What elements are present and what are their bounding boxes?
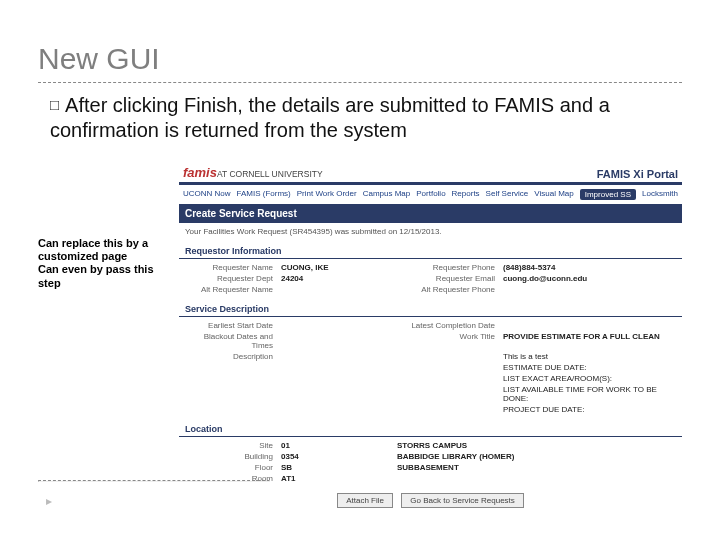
- alt-phone-label: Alt Requester Phone: [397, 285, 497, 294]
- bullet-prefix: After: [65, 94, 107, 116]
- slide-marker-icon: ▸: [46, 494, 52, 508]
- famis-logo: famis: [183, 165, 217, 180]
- nav-tabs: UCONN Now FAMIS (Forms) Print Work Order…: [179, 185, 682, 204]
- famis-screenshot: famisAT CORNELL UNIVERSITY FAMIS Xi Port…: [179, 161, 682, 514]
- section-service: Service Description: [179, 300, 682, 317]
- bullet-icon: □: [50, 96, 59, 113]
- req-email-value: cuong.do@uconn.edu: [503, 274, 676, 283]
- tab-uconn-now[interactable]: UCONN Now: [183, 189, 231, 200]
- work-title-value: PROVIDE ESTIMATE FOR A FULL CLEAN: [503, 332, 676, 350]
- alt-name-value: [281, 285, 391, 294]
- desc-line-2: ESTIMATE DUE DATE:: [503, 363, 676, 372]
- note-line-1: Can replace this by a customized page: [38, 237, 167, 263]
- tab-visual-map[interactable]: Visual Map: [534, 189, 573, 200]
- desc-line-5: PROJECT DUE DATE:: [503, 405, 676, 414]
- floor-label: Floor: [185, 463, 275, 472]
- room-desc: [397, 474, 676, 483]
- req-name-value: CUONG, IKE: [281, 263, 391, 272]
- req-dept-label: Requester Dept: [185, 274, 275, 283]
- req-email-label: Requester Email: [397, 274, 497, 283]
- site-label: Site: [185, 441, 275, 450]
- req-phone-label: Requester Phone: [397, 263, 497, 272]
- alt-name-label: Alt Requester Name: [185, 285, 275, 294]
- bullet-rest: clicking Finish, the details are submitt…: [50, 94, 610, 141]
- desc-line-4: LIST AVAILABLE TIME FOR WORK TO BE DONE:: [503, 385, 676, 403]
- floor-desc: SUBBASEMENT: [397, 463, 676, 472]
- desc-line-3: LIST EXACT AREA/ROOM(S):: [503, 374, 676, 383]
- tab-portfolio[interactable]: Portfolio: [416, 189, 445, 200]
- famis-logo-sub: AT CORNELL UNIVERSITY: [217, 169, 323, 179]
- alt-phone-value: [503, 285, 676, 294]
- page-bar: Create Service Request: [179, 204, 682, 223]
- title-divider: [38, 82, 682, 83]
- section-requestor: Requestor Information: [179, 242, 682, 259]
- req-phone-value: (848)884-5374: [503, 263, 676, 272]
- bldg-desc: BABBIDGE LIBRARY (HOMER): [397, 452, 676, 461]
- start-date-value: [281, 321, 391, 330]
- go-back-button[interactable]: Go Back to Service Requests: [401, 493, 524, 508]
- comp-date-label: Latest Completion Date: [397, 321, 497, 330]
- tab-print-wo[interactable]: Print Work Order: [297, 189, 357, 200]
- comp-date-value: [503, 321, 676, 330]
- attach-file-button[interactable]: Attach File: [337, 493, 393, 508]
- footer-divider: [38, 480, 270, 482]
- room-value: AT1: [281, 474, 391, 483]
- floor-value: SB: [281, 463, 391, 472]
- section-location: Location: [179, 420, 682, 437]
- bullet-text: □After clicking Finish, the details are …: [50, 93, 682, 143]
- tab-locksmith[interactable]: Locksmith: [642, 189, 678, 200]
- work-title-label: Work Title: [397, 332, 497, 350]
- bldg-label: Building: [185, 452, 275, 461]
- page-title: New GUI: [38, 42, 682, 76]
- tab-improved-ss[interactable]: Improved SS: [580, 189, 636, 200]
- portal-title: FAMIS Xi Portal: [597, 168, 678, 180]
- bldg-value: 0354: [281, 452, 391, 461]
- start-date-label: Earliest Start Date: [185, 321, 275, 330]
- blackout-value: [281, 332, 391, 350]
- note-line-2: Can even by pass this step: [38, 263, 167, 289]
- site-desc: STORRS CAMPUS: [397, 441, 676, 450]
- description-label: Description: [185, 352, 275, 361]
- req-name-label: Requester Name: [185, 263, 275, 272]
- tab-self-service[interactable]: Self Service: [486, 189, 529, 200]
- tab-famis-forms[interactable]: FAMIS (Forms): [237, 189, 291, 200]
- side-note: Can replace this by a customized page Ca…: [38, 161, 167, 514]
- tab-campus-map[interactable]: Campus Map: [363, 189, 411, 200]
- site-value: 01: [281, 441, 391, 450]
- desc-line-1: This is a test: [503, 352, 676, 361]
- confirmation-message: Your Facilities Work Request (SR454395) …: [179, 223, 682, 240]
- req-dept-value: 24204: [281, 274, 391, 283]
- blackout-label: Blackout Dates and Times: [185, 332, 275, 350]
- tab-reports[interactable]: Reports: [452, 189, 480, 200]
